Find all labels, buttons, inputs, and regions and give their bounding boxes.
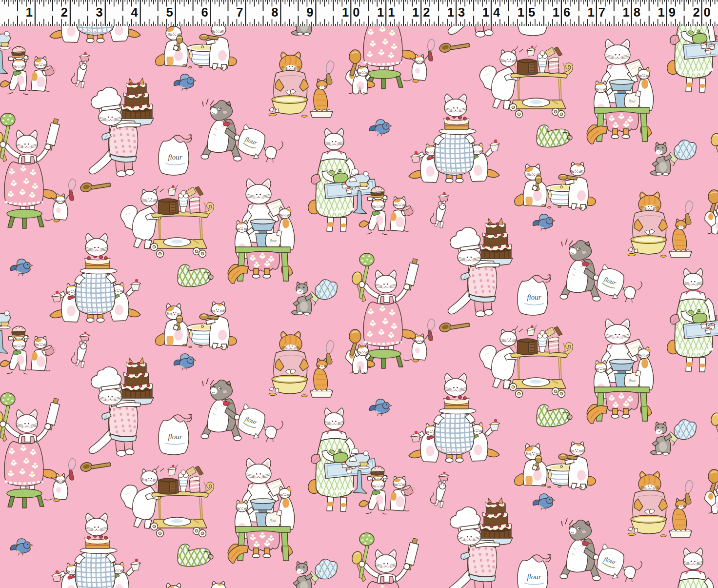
svg-text:2: 2	[423, 5, 430, 19]
svg-text:1: 1	[26, 5, 33, 19]
svg-text:1: 1	[377, 5, 384, 19]
svg-text:4: 4	[493, 5, 500, 19]
svg-text:1: 1	[658, 5, 665, 19]
svg-text:6: 6	[201, 5, 208, 19]
svg-text:7: 7	[236, 5, 243, 19]
svg-text:2: 2	[61, 5, 68, 19]
svg-text:1: 1	[623, 5, 630, 19]
svg-text:1: 1	[518, 5, 524, 19]
svg-text:5: 5	[528, 5, 535, 19]
svg-text:1: 1	[447, 5, 454, 19]
svg-text:3: 3	[96, 5, 103, 19]
svg-text:6: 6	[563, 5, 570, 19]
svg-text:2: 2	[693, 5, 699, 19]
svg-text:1: 1	[553, 5, 559, 19]
svg-text:1: 1	[588, 5, 595, 19]
svg-text:3: 3	[458, 5, 465, 19]
svg-text:0: 0	[704, 5, 711, 19]
svg-text:0: 0	[353, 5, 359, 19]
svg-text:1: 1	[482, 5, 489, 19]
svg-text:9: 9	[669, 5, 676, 19]
svg-text:8: 8	[634, 5, 640, 19]
svg-text:4: 4	[131, 5, 139, 19]
svg-text:1: 1	[342, 5, 349, 19]
svg-text:7: 7	[598, 5, 605, 19]
svg-text:9: 9	[306, 5, 313, 19]
svg-text:1: 1	[412, 5, 419, 19]
svg-text:5: 5	[166, 5, 173, 19]
svg-text:1: 1	[388, 5, 395, 19]
svg-text:8: 8	[271, 5, 278, 19]
